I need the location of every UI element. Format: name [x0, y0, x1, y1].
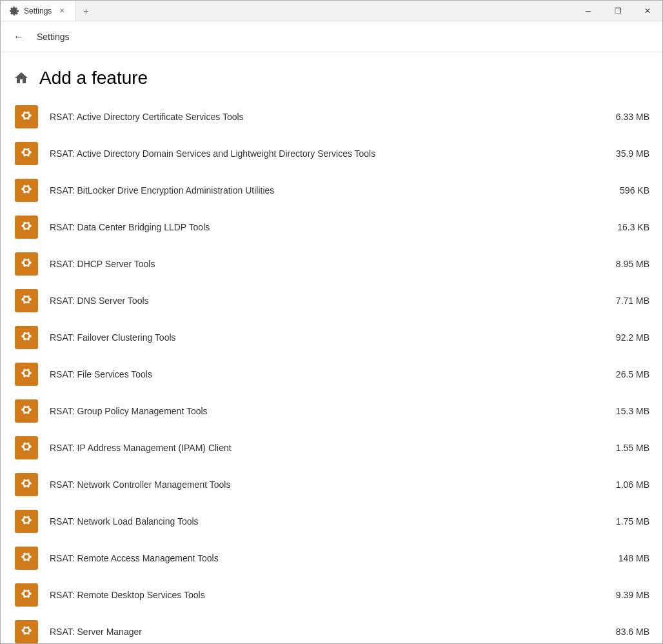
- new-tab-button[interactable]: +: [75, 1, 96, 21]
- content-area: Add a feature RSAT: Active Directory Cer…: [1, 52, 662, 643]
- tab-label: Settings: [24, 6, 52, 15]
- feature-item[interactable]: RSAT: BitLocker Drive Encryption Adminis…: [14, 172, 649, 209]
- feature-icon: [14, 288, 39, 314]
- settings-tab[interactable]: Settings ✕: [1, 1, 75, 21]
- feature-icon: [14, 582, 39, 608]
- page-title: Add a feature: [39, 68, 148, 88]
- feature-item[interactable]: RSAT: Server Manager83.6 MB: [14, 614, 649, 643]
- tab-close-button[interactable]: ✕: [57, 6, 67, 16]
- feature-icon: [14, 214, 39, 240]
- feature-size: 1.06 MB: [604, 479, 649, 490]
- settings-tab-icon: [8, 6, 19, 16]
- feature-size: 35.9 MB: [604, 148, 649, 159]
- title-bar-left: Settings ✕ +: [1, 1, 96, 21]
- feature-size: 83.6 MB: [604, 627, 649, 637]
- feature-size: 1.75 MB: [604, 516, 649, 527]
- feature-name: RSAT: Network Controller Management Tool…: [50, 479, 594, 490]
- svg-rect-6: [15, 326, 38, 349]
- feature-name: RSAT: Active Directory Certificate Servi…: [50, 111, 594, 123]
- svg-rect-4: [15, 252, 38, 276]
- svg-rect-0: [15, 105, 38, 128]
- feature-size: 9.39 MB: [604, 590, 649, 600]
- feature-icon: [14, 177, 39, 203]
- feature-icon: [14, 472, 39, 498]
- feature-size: 92.2 MB: [604, 332, 649, 343]
- feature-item[interactable]: RSAT: Network Controller Management Tool…: [14, 467, 649, 503]
- feature-size: 148 MB: [604, 553, 649, 563]
- svg-rect-11: [15, 510, 38, 533]
- page-header: Add a feature: [14, 52, 649, 99]
- svg-rect-12: [15, 547, 38, 570]
- feature-item[interactable]: RSAT: Active Directory Domain Services a…: [14, 136, 649, 172]
- home-icon: [14, 70, 29, 86]
- feature-icon: [14, 508, 39, 534]
- feature-name: RSAT: BitLocker Drive Encryption Adminis…: [50, 185, 594, 196]
- settings-window: Settings ✕ + ─ ❐ ✕ ← Settings Add a feat…: [0, 0, 663, 644]
- nav-bar: ← Settings: [1, 21, 662, 52]
- feature-name: RSAT: Group Policy Management Tools: [50, 405, 594, 417]
- feature-list: RSAT: Active Directory Certificate Servi…: [14, 99, 649, 643]
- feature-size: 1.55 MB: [604, 443, 649, 453]
- breadcrumb: Settings: [37, 32, 70, 42]
- feature-size: 26.5 MB: [604, 369, 649, 379]
- feature-icon: [14, 619, 39, 643]
- svg-rect-14: [15, 620, 38, 643]
- feature-name: RSAT: DHCP Server Tools: [50, 258, 594, 270]
- minimize-button[interactable]: ─: [573, 1, 603, 21]
- feature-size: 7.71 MB: [604, 296, 649, 306]
- feature-size: 596 KB: [604, 185, 649, 196]
- feature-name: RSAT: Remote Access Management Tools: [50, 552, 594, 564]
- feature-item[interactable]: RSAT: Active Directory Certificate Servi…: [14, 99, 649, 136]
- svg-rect-8: [15, 399, 38, 423]
- feature-size: 15.3 MB: [604, 406, 649, 416]
- feature-icon: [14, 141, 39, 166]
- title-bar-controls: ─ ❐ ✕: [573, 1, 662, 21]
- feature-icon: [14, 251, 39, 277]
- feature-item[interactable]: RSAT: Remote Access Management Tools148 …: [14, 540, 649, 577]
- feature-name: RSAT: Failover Clustering Tools: [50, 332, 594, 343]
- feature-item[interactable]: RSAT: Remote Desktop Services Tools9.39 …: [14, 577, 649, 614]
- feature-item[interactable]: RSAT: Network Load Balancing Tools1.75 M…: [14, 503, 649, 540]
- feature-item[interactable]: RSAT: File Services Tools26.5 MB: [14, 356, 649, 393]
- svg-rect-7: [15, 363, 38, 386]
- feature-item[interactable]: RSAT: DNS Server Tools7.71 MB: [14, 283, 649, 319]
- back-button[interactable]: ←: [8, 26, 29, 47]
- feature-icon: [14, 104, 39, 130]
- feature-item[interactable]: RSAT: Group Policy Management Tools15.3 …: [14, 393, 649, 430]
- feature-icon: [14, 435, 39, 461]
- feature-item[interactable]: RSAT: IP Address Management (IPAM) Clien…: [14, 430, 649, 467]
- feature-name: RSAT: Server Manager: [50, 626, 594, 638]
- feature-name: RSAT: Data Center Bridging LLDP Tools: [50, 221, 594, 233]
- svg-rect-3: [15, 216, 38, 239]
- feature-icon: [14, 325, 39, 350]
- feature-icon: [14, 361, 39, 387]
- feature-name: RSAT: Network Load Balancing Tools: [50, 516, 594, 527]
- close-button[interactable]: ✕: [633, 1, 662, 21]
- svg-rect-1: [15, 142, 38, 165]
- svg-rect-13: [15, 583, 38, 607]
- feature-name: RSAT: IP Address Management (IPAM) Clien…: [50, 442, 594, 454]
- feature-item[interactable]: RSAT: DHCP Server Tools8.95 MB: [14, 246, 649, 283]
- feature-item[interactable]: RSAT: Data Center Bridging LLDP Tools16.…: [14, 209, 649, 246]
- feature-name: RSAT: Active Directory Domain Services a…: [50, 148, 594, 159]
- svg-rect-5: [15, 289, 38, 312]
- feature-item[interactable]: RSAT: Failover Clustering Tools92.2 MB: [14, 319, 649, 356]
- feature-name: RSAT: DNS Server Tools: [50, 295, 594, 307]
- maximize-button[interactable]: ❐: [603, 1, 633, 21]
- feature-icon: [14, 545, 39, 571]
- feature-icon: [14, 398, 39, 424]
- title-bar: Settings ✕ + ─ ❐ ✕: [1, 1, 662, 21]
- feature-size: 8.95 MB: [604, 259, 649, 269]
- svg-rect-9: [15, 436, 38, 459]
- svg-rect-2: [15, 179, 38, 202]
- feature-name: RSAT: File Services Tools: [50, 368, 594, 380]
- feature-name: RSAT: Remote Desktop Services Tools: [50, 589, 594, 601]
- feature-size: 16.3 KB: [604, 222, 649, 232]
- svg-rect-10: [15, 473, 38, 496]
- feature-size: 6.33 MB: [604, 112, 649, 122]
